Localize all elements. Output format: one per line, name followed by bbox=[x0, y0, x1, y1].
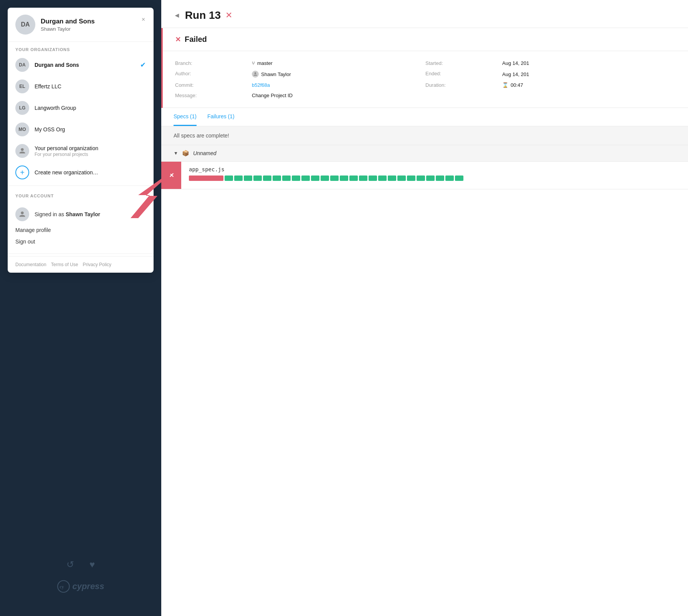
terms-link[interactable]: Terms of Use bbox=[51, 262, 78, 267]
pass-bar-17 bbox=[378, 176, 387, 181]
spec-status-x-icon: ✕ bbox=[169, 172, 174, 179]
pass-bar-23 bbox=[436, 176, 444, 181]
author-label: Author: bbox=[175, 71, 252, 78]
pass-bar-13 bbox=[340, 176, 348, 181]
ended-value: Aug 14, 201 bbox=[502, 71, 676, 78]
account-avatar bbox=[15, 207, 29, 221]
close-button[interactable]: × bbox=[140, 15, 147, 25]
commit-label: Commit: bbox=[175, 82, 252, 88]
pass-bar-15 bbox=[359, 176, 367, 181]
account-section: Signed in as Shawn Taylor Manage profile… bbox=[8, 200, 154, 251]
pass-bar-7 bbox=[282, 176, 291, 181]
spec-group-chevron-icon: ▼ bbox=[174, 151, 178, 156]
current-org-avatar: DA bbox=[15, 15, 35, 35]
author-value: Shawn Taylor bbox=[252, 71, 425, 78]
specs-area: All specs are complete! ▼ 📦 Unnamed ✕ ap… bbox=[161, 126, 688, 189]
run-title: Run 13 bbox=[185, 9, 221, 22]
failed-label: Failed bbox=[185, 35, 207, 44]
org-name-myoss: My OSS Org bbox=[35, 126, 146, 132]
signed-in-prefix: Signed in as bbox=[35, 211, 66, 217]
plus-circle-icon: + bbox=[15, 166, 29, 179]
org-dropdown-panel: DA Durgan and Sons Shawn Taylor × YOUR O… bbox=[8, 8, 154, 273]
org-item-myoss[interactable]: MO My OSS Org bbox=[8, 119, 154, 140]
org-avatar-mo: MO bbox=[15, 123, 29, 136]
sidebar-bottom-icons: ↺ ♥ bbox=[66, 559, 95, 570]
spacer-2 bbox=[502, 93, 676, 98]
divider-2 bbox=[8, 253, 154, 254]
spec-group-name: Unnamed bbox=[193, 150, 217, 156]
org-avatar-lg: LG bbox=[15, 101, 29, 115]
current-user-name: Shawn Taylor bbox=[41, 26, 146, 32]
failed-badge: ✕ Failed bbox=[175, 35, 676, 44]
branch-value: ⑂ master bbox=[252, 60, 425, 66]
dropdown-header: DA Durgan and Sons Shawn Taylor × bbox=[8, 8, 154, 42]
message-value: Change Project ID bbox=[252, 93, 425, 98]
spec-group-header[interactable]: ▼ 📦 Unnamed bbox=[161, 145, 688, 162]
run-failed-icon: ✕ bbox=[225, 10, 232, 20]
duration-label: Duration: bbox=[425, 82, 502, 88]
pass-bar-8 bbox=[292, 176, 300, 181]
org-avatar-da: DA bbox=[15, 58, 29, 72]
commit-value[interactable]: b52f68a bbox=[252, 82, 425, 88]
pass-bar-20 bbox=[407, 176, 415, 181]
spec-row: ✕ app_spec.js bbox=[161, 162, 688, 189]
org-name-langworth: Langworth Group bbox=[35, 105, 146, 111]
svg-text:cy: cy bbox=[60, 584, 64, 590]
ended-label: Ended: bbox=[425, 71, 502, 78]
sign-out-link[interactable]: Sign out bbox=[15, 236, 146, 247]
org-item-durgan[interactable]: DA Durgan and Sons ✔ bbox=[8, 54, 154, 76]
author-avatar bbox=[252, 71, 259, 78]
org-section-label: YOUR ORGANIZATIONS bbox=[8, 42, 154, 54]
spec-group-package-icon: 📦 bbox=[182, 150, 189, 157]
org-name-effertz: Effertz LLC bbox=[35, 83, 146, 89]
documentation-link[interactable]: Documentation bbox=[15, 262, 46, 267]
tab-failures[interactable]: Failures (1) bbox=[207, 108, 235, 126]
pass-bar-5 bbox=[263, 176, 271, 181]
sidebar: DA Durgan and Sons Shawn Taylor × YOUR O… bbox=[0, 0, 161, 616]
pass-bar-4 bbox=[253, 176, 262, 181]
fail-bar bbox=[189, 176, 223, 181]
status-bar: ✕ Failed bbox=[163, 28, 688, 51]
pass-bar-16 bbox=[369, 176, 377, 181]
top-bar: ◄ Run 13 ✕ bbox=[161, 0, 688, 28]
signed-in-row: Signed in as Shawn Taylor bbox=[15, 204, 146, 224]
pass-bar-6 bbox=[273, 176, 281, 181]
org-name-durgan: Durgan and Sons bbox=[35, 62, 140, 68]
tab-specs[interactable]: Specs (1) bbox=[174, 108, 197, 126]
personal-org-info: Your personal organization For your pers… bbox=[35, 145, 98, 157]
org-avatar-personal bbox=[15, 144, 29, 158]
duration-icon: ⌛ bbox=[502, 82, 508, 88]
author-name: Shawn Taylor bbox=[261, 71, 291, 77]
org-item-langworth[interactable]: LG Langworth Group bbox=[8, 97, 154, 119]
branch-label: Branch: bbox=[175, 60, 252, 66]
pass-bar-25 bbox=[455, 176, 463, 181]
account-section-label: YOUR ACCOUNT bbox=[8, 188, 154, 200]
pass-bar-22 bbox=[426, 176, 435, 181]
divider-1 bbox=[8, 185, 154, 186]
branch-name: master bbox=[257, 60, 273, 66]
pass-bar-1 bbox=[225, 176, 233, 181]
spec-filename: app_spec.js bbox=[189, 166, 680, 172]
pass-bar-11 bbox=[321, 176, 329, 181]
pass-bar-3 bbox=[244, 176, 252, 181]
main-content: ◄ Run 13 ✕ ✕ Failed Branch: ⑂ master Sta… bbox=[161, 0, 688, 616]
back-arrow-button[interactable]: ◄ bbox=[174, 12, 180, 20]
manage-profile-link[interactable]: Manage profile bbox=[15, 224, 146, 236]
create-org-item[interactable]: + Create new organization… bbox=[8, 162, 154, 183]
run-details: Branch: ⑂ master Started: Aug 14, 201 Au… bbox=[163, 51, 688, 108]
org-item-effertz[interactable]: EL Effertz LLC bbox=[8, 76, 154, 97]
status-section: ✕ Failed Branch: ⑂ master Started: Aug 1… bbox=[161, 28, 688, 108]
dropdown-header-info: Durgan and Sons Shawn Taylor bbox=[41, 18, 146, 32]
spec-status-col: ✕ bbox=[161, 162, 181, 189]
personal-org-sub: For your personal projects bbox=[35, 152, 98, 157]
signed-in-username: Shawn Taylor bbox=[66, 211, 100, 217]
org-item-personal[interactable]: Your personal organization For your pers… bbox=[8, 140, 154, 162]
cypress-logo-text: cypress bbox=[72, 581, 104, 591]
privacy-link[interactable]: Privacy Policy bbox=[83, 262, 111, 267]
started-value: Aug 14, 201 bbox=[502, 60, 676, 66]
pass-bar-14 bbox=[349, 176, 358, 181]
pass-bar-2 bbox=[234, 176, 243, 181]
spacer-1 bbox=[425, 93, 502, 98]
sidebar-icon-heart: ♥ bbox=[89, 559, 95, 570]
pass-bar-9 bbox=[301, 176, 310, 181]
